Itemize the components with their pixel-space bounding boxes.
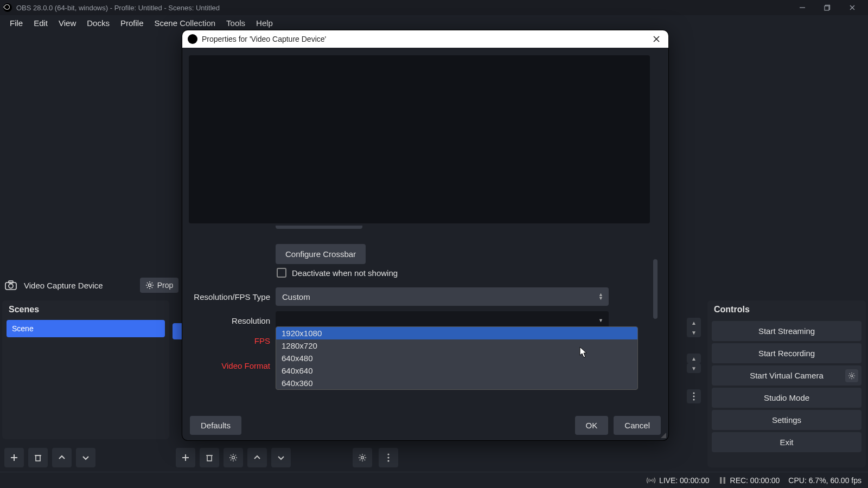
- cancel-button[interactable]: Cancel: [614, 416, 661, 435]
- svg-rect-2: [825, 6, 829, 10]
- pause-icon: [718, 476, 727, 485]
- dropdown-option[interactable]: 640x640: [276, 364, 637, 377]
- dialog-titlebar[interactable]: Properties for 'Video Capture Device': [182, 30, 668, 48]
- svg-point-17: [232, 457, 235, 459]
- move-source-down-button[interactable]: [271, 448, 291, 467]
- source-label: Video Capture Device: [24, 281, 103, 290]
- controls-panel: Controls Start Streaming Start Recording…: [707, 300, 866, 467]
- obs-logo-icon: [3, 3, 12, 12]
- svg-point-21: [387, 460, 389, 461]
- add-source-button[interactable]: [176, 448, 195, 467]
- source-toolbar: Video Capture Device Prop: [2, 273, 178, 297]
- window-title: OBS 28.0.0 (64-bit, windows) - Profile: …: [16, 4, 220, 12]
- video-format-label: Video Format: [191, 361, 276, 370]
- remove-source-button[interactable]: [200, 448, 219, 467]
- video-format-row: Video Format: [191, 361, 276, 370]
- dropdown-option[interactable]: 640x360: [276, 377, 637, 389]
- status-live: LIVE: 00:00:00: [646, 476, 710, 485]
- video-preview: [189, 55, 650, 223]
- mixer-settings-button[interactable]: [353, 448, 372, 467]
- window-minimize-button[interactable]: [790, 0, 815, 15]
- svg-point-23: [693, 396, 695, 397]
- svg-point-20: [387, 457, 389, 458]
- move-scene-down-button[interactable]: [76, 448, 95, 467]
- properties-button-label: Prop: [157, 281, 174, 290]
- broadcast-icon: [646, 476, 656, 485]
- fps-label: FPS: [191, 336, 276, 345]
- start-virtual-camera-button[interactable]: Start Virtual Camera: [712, 365, 861, 386]
- svg-point-26: [650, 479, 652, 481]
- deactivate-checkbox[interactable]: [277, 268, 286, 278]
- mixer-menu-button[interactable]: [379, 448, 398, 467]
- menu-scene-collection[interactable]: Scene Collection: [149, 16, 221, 30]
- svg-rect-28: [723, 477, 725, 484]
- exit-button[interactable]: Exit: [712, 432, 861, 452]
- properties-dialog: Properties for 'Video Capture Device' Co…: [182, 30, 668, 440]
- source-settings-button[interactable]: [224, 448, 243, 467]
- add-scene-button[interactable]: [4, 448, 24, 467]
- menu-help[interactable]: Help: [251, 16, 278, 30]
- window-close-button[interactable]: [840, 0, 865, 15]
- sources-item-selected[interactable]: [173, 323, 183, 339]
- menu-docks[interactable]: Docks: [81, 16, 115, 30]
- window-maximize-button[interactable]: [815, 0, 840, 15]
- status-cpu: CPU: 6.7%, 60.00 fps: [788, 476, 861, 485]
- svg-point-25: [851, 374, 853, 376]
- scene-item[interactable]: Scene: [7, 320, 165, 337]
- menu-edit[interactable]: Edit: [28, 16, 53, 30]
- svg-point-8: [148, 284, 151, 287]
- move-scene-up-button[interactable]: [52, 448, 72, 467]
- svg-rect-11: [36, 455, 40, 461]
- dropdown-option[interactable]: 640x480: [276, 352, 637, 364]
- dialog-footer: Defaults OK Cancel: [182, 410, 668, 440]
- obs-logo-icon: [188, 34, 197, 44]
- defaults-button[interactable]: Defaults: [190, 416, 241, 435]
- dropdown-option[interactable]: 1920x1080: [276, 327, 637, 339]
- dropdown-option[interactable]: 1280x720: [276, 339, 637, 352]
- dialog-scrollbar[interactable]: [653, 259, 658, 319]
- stepper-up[interactable]: ▲: [687, 354, 701, 363]
- start-recording-button[interactable]: Start Recording: [712, 343, 861, 363]
- studio-mode-button[interactable]: Studio Mode: [712, 388, 861, 408]
- close-icon: [653, 35, 660, 43]
- controls-panel-title: Controls: [707, 300, 866, 319]
- dialog-close-button[interactable]: [650, 33, 663, 46]
- resize-grip[interactable]: [659, 431, 666, 438]
- menu-file[interactable]: File: [4, 16, 28, 30]
- chevron-updown-icon: ▲▼: [598, 293, 603, 300]
- menu-view[interactable]: View: [53, 16, 81, 30]
- svg-rect-7: [9, 281, 13, 283]
- menu-tools[interactable]: Tools: [221, 16, 251, 30]
- camera-icon: [2, 277, 20, 294]
- gear-icon: [848, 372, 856, 380]
- scenes-panel-buttons: [4, 448, 95, 467]
- source-properties-button[interactable]: Prop: [140, 278, 179, 293]
- virtual-camera-settings-button[interactable]: [845, 369, 858, 382]
- window-titlebar: OBS 28.0.0 (64-bit, windows) - Profile: …: [0, 0, 868, 15]
- deactivate-label: Deactivate when not showing: [292, 268, 398, 278]
- sources-panel-buttons: [176, 448, 291, 467]
- start-streaming-button[interactable]: Start Streaming: [712, 321, 861, 341]
- transition-menu-button[interactable]: [687, 389, 701, 403]
- scenes-panel-title: Scenes: [2, 300, 169, 319]
- resolution-label: Resolution: [191, 316, 276, 325]
- deactivate-checkbox-row: Deactivate when not showing: [277, 268, 398, 278]
- menu-profile[interactable]: Profile: [115, 16, 149, 30]
- status-rec: REC: 00:00:00: [718, 476, 780, 485]
- resolution-fps-type-select[interactable]: Custom ▲▼: [276, 287, 609, 306]
- remove-scene-button[interactable]: [28, 448, 48, 467]
- mixer-panel-buttons: [353, 448, 398, 467]
- gear-icon: [229, 453, 238, 462]
- transition-duration-stepper[interactable]: ▲▼: [687, 318, 701, 337]
- settings-button[interactable]: Settings: [712, 410, 861, 430]
- statusbar: LIVE: 00:00:00 REC: 00:00:00 CPU: 6.7%, …: [0, 472, 868, 488]
- move-source-up-button[interactable]: [247, 448, 267, 467]
- svg-point-19: [387, 453, 389, 455]
- resolution-fps-type-row: Resolution/FPS Type Custom ▲▼: [191, 287, 609, 306]
- configure-crossbar-button[interactable]: Configure Crossbar: [276, 244, 366, 264]
- ok-button[interactable]: OK: [575, 416, 609, 435]
- menubar: File Edit View Docks Profile Scene Colle…: [0, 15, 868, 30]
- fps-row: FPS: [191, 336, 276, 345]
- dialog-body: Configure Crossbar Deactivate when not s…: [182, 48, 668, 410]
- stepper-down[interactable]: ▼: [687, 363, 701, 373]
